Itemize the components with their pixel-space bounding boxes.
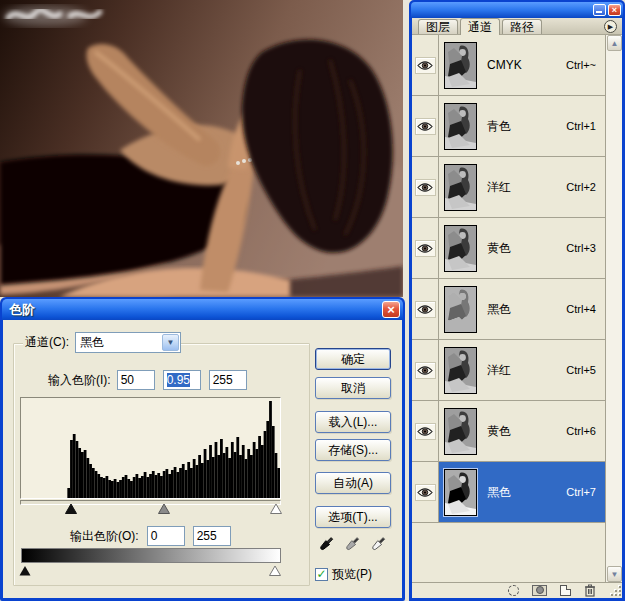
channel-shortcut: Ctrl+5 <box>566 364 605 376</box>
channel-row[interactable]: 洋红 Ctrl+2 <box>412 157 605 218</box>
visibility-toggle[interactable] <box>415 484 436 501</box>
channel-thumbnail <box>444 469 477 516</box>
channel-shortcut: Ctrl+4 <box>566 303 605 315</box>
save-selection-as-channel-icon[interactable] <box>532 585 547 596</box>
channel-thumbnail <box>444 347 477 394</box>
input-levels-label: 输入色阶(I): <box>48 372 111 389</box>
channel-label: 通道(C): <box>23 334 75 351</box>
visibility-toggle[interactable] <box>415 118 436 135</box>
auto-button[interactable]: 自动(A) <box>315 472 391 494</box>
channel-name: 黑色 <box>487 301 511 318</box>
options-button[interactable]: 选项(T)... <box>315 506 391 528</box>
output-white-slider[interactable] <box>269 565 281 579</box>
output-gradient-bar <box>21 548 281 563</box>
eye-icon <box>417 243 433 254</box>
visibility-toggle[interactable] <box>415 301 436 318</box>
channel-thumbnail <box>444 286 477 333</box>
create-new-channel-icon[interactable] <box>560 585 571 596</box>
output-black-field[interactable]: 0 <box>147 526 185 546</box>
channel-select[interactable]: 黑色 ▼ <box>75 332 181 353</box>
ok-button[interactable]: 确定 <box>315 348 391 370</box>
channel-row[interactable]: 黄色 Ctrl+6 <box>412 401 605 462</box>
black-point-slider[interactable] <box>65 504 77 514</box>
cancel-button[interactable]: 取消 <box>315 377 391 399</box>
panel-tab-active[interactable]: 通道 <box>460 18 500 35</box>
channel-select-value: 黑色 <box>76 334 161 351</box>
scroll-down-icon[interactable]: ▼ <box>607 566 622 582</box>
load-button[interactable]: 载入(L)... <box>315 411 391 433</box>
eye-icon <box>417 487 433 498</box>
panel-menu-icon[interactable]: ▶ <box>604 20 617 33</box>
panel-resize-grip[interactable] <box>610 585 621 596</box>
input-white-field[interactable]: 255 <box>209 370 247 390</box>
panel-tabs: 图层 通道 路径 ▶ <box>412 18 622 35</box>
panel-tab-inactive[interactable]: 路径 <box>502 19 542 34</box>
load-channel-as-selection-icon[interactable] <box>508 585 519 596</box>
eye-icon <box>417 365 433 376</box>
channel-name: 洋红 <box>487 362 511 379</box>
gamma-slider[interactable] <box>158 504 170 514</box>
channel-name: CMYK <box>487 58 522 72</box>
output-black-slider[interactable] <box>19 565 31 579</box>
channel-name: 青色 <box>487 118 511 135</box>
channel-row[interactable]: 洋红 Ctrl+5 <box>412 340 605 401</box>
channel-name: 黄色 <box>487 423 511 440</box>
channel-thumbnail <box>444 164 477 211</box>
delete-channel-trash-icon[interactable] <box>584 584 596 597</box>
channel-shortcut: Ctrl+6 <box>566 425 605 437</box>
channel-shortcut: Ctrl+3 <box>566 242 605 254</box>
panel-titlebar[interactable]: × <box>411 2 623 18</box>
channel-list: CMYK Ctrl+~ 青色 Ctrl+1 洋红 Ctrl+2 <box>412 35 605 523</box>
input-slider-track <box>20 500 281 505</box>
input-black-field[interactable]: 50 <box>117 370 155 390</box>
visibility-toggle[interactable] <box>415 362 436 379</box>
visibility-toggle[interactable] <box>415 179 436 196</box>
visibility-toggle[interactable] <box>415 57 436 74</box>
dialog-close-icon[interactable]: × <box>382 301 400 318</box>
panel-close-icon[interactable]: × <box>608 4 621 16</box>
channel-row[interactable]: CMYK Ctrl+~ <box>412 35 605 96</box>
photoshop-workspace: 色阶 × 通道(C): 黑色 ▼ 输入色阶(I): 50 0.95 255 <box>0 0 625 601</box>
scroll-up-icon[interactable]: ▲ <box>607 35 622 51</box>
eye-icon <box>417 121 433 132</box>
chevron-down-icon[interactable]: ▼ <box>162 334 179 351</box>
black-eyedropper-icon[interactable] <box>317 534 335 554</box>
panel-tab-inactive[interactable]: 图层 <box>418 19 458 34</box>
levels-dialog-titlebar[interactable]: 色阶 × <box>2 299 403 320</box>
save-button[interactable]: 存储(S)... <box>315 439 391 461</box>
preview-checkbox[interactable]: ✓ <box>315 568 328 581</box>
dialog-title: 色阶 <box>9 301 382 319</box>
channel-thumbnail <box>444 225 477 272</box>
levels-dialog: 色阶 × 通道(C): 黑色 ▼ 输入色阶(I): 50 0.95 255 <box>0 297 405 601</box>
eye-icon <box>417 304 433 315</box>
white-point-slider[interactable] <box>270 504 282 514</box>
gray-eyedropper-icon[interactable] <box>343 534 361 554</box>
channel-thumbnail <box>444 42 477 89</box>
white-eyedropper-icon[interactable] <box>369 534 387 554</box>
levels-dialog-body: 通道(C): 黑色 ▼ 输入色阶(I): 50 0.95 255 <box>3 320 402 598</box>
visibility-toggle[interactable] <box>415 423 436 440</box>
channel-row[interactable]: 黑色 Ctrl+7 <box>412 462 605 523</box>
output-white-field[interactable]: 255 <box>193 526 231 546</box>
channel-thumbnail <box>444 408 477 455</box>
channels-panel: × 图层 通道 路径 ▶ CMYK Ctrl+~ <box>409 0 625 601</box>
preview-label: 预览(P) <box>332 566 372 583</box>
channel-row[interactable]: 黑色 Ctrl+4 <box>412 279 605 340</box>
output-levels-label: 输出色阶(O): <box>70 528 139 545</box>
visibility-toggle[interactable] <box>415 240 436 257</box>
image-canvas <box>0 0 403 297</box>
eye-icon <box>417 426 433 437</box>
panel-content: CMYK Ctrl+~ 青色 Ctrl+1 洋红 Ctrl+2 <box>412 35 622 582</box>
model-photo <box>0 0 403 297</box>
channel-thumbnail <box>444 103 477 150</box>
channel-name: 洋红 <box>487 179 511 196</box>
channel-shortcut: Ctrl+1 <box>566 120 605 132</box>
panel-footer <box>412 582 622 597</box>
eye-icon <box>417 60 433 71</box>
eye-icon <box>417 182 433 193</box>
input-gamma-field[interactable]: 0.95 <box>163 370 201 390</box>
panel-scrollbar[interactable]: ▲ ▼ <box>605 35 622 582</box>
channel-row[interactable]: 青色 Ctrl+1 <box>412 96 605 157</box>
channel-row[interactable]: 黄色 Ctrl+3 <box>412 218 605 279</box>
panel-minimize-icon[interactable] <box>593 4 606 16</box>
